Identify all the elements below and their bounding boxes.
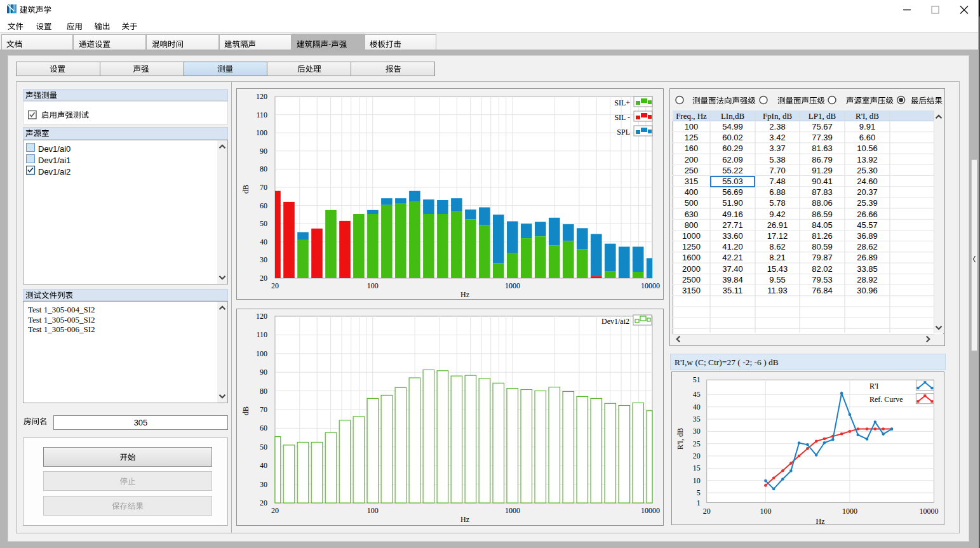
svg-text:15: 15 [693, 464, 701, 472]
svg-text:80: 80 [260, 387, 267, 396]
svg-text:dB: dB [241, 185, 250, 194]
svg-text:120: 120 [256, 312, 267, 321]
svg-text:70: 70 [260, 183, 267, 192]
svg-text:40: 40 [260, 461, 267, 470]
svg-text:100: 100 [256, 128, 267, 137]
svg-text:1000: 1000 [842, 507, 857, 516]
svg-text:100: 100 [367, 506, 379, 515]
svg-text:100: 100 [256, 349, 267, 358]
svg-text:45: 45 [693, 390, 701, 399]
svg-text:R'I, dB: R'I, dB [676, 428, 685, 450]
svg-text:20: 20 [693, 451, 701, 460]
svg-text:100: 100 [760, 507, 771, 516]
svg-text:1: 1 [697, 498, 701, 507]
svg-text:dB: dB [241, 406, 250, 415]
svg-text:20: 20 [260, 274, 267, 283]
svg-text:SIL+: SIL+ [614, 98, 630, 107]
svg-text:100: 100 [367, 281, 379, 290]
svg-text:20: 20 [260, 498, 267, 507]
svg-text:50: 50 [260, 219, 267, 228]
svg-text:1000: 1000 [505, 281, 520, 290]
svg-text:40: 40 [693, 403, 701, 411]
svg-text:50: 50 [260, 443, 267, 451]
svg-text:10000: 10000 [641, 506, 660, 515]
svg-text:60: 60 [260, 424, 267, 432]
svg-text:R'I: R'I [869, 382, 878, 391]
svg-text:110: 110 [256, 330, 267, 339]
svg-text:20: 20 [703, 507, 711, 516]
svg-text:Hz: Hz [816, 517, 825, 525]
svg-text:25: 25 [693, 439, 701, 448]
svg-text:30: 30 [693, 427, 701, 436]
svg-text:Dev1/ai2: Dev1/ai2 [601, 317, 629, 326]
svg-text:5: 5 [697, 488, 701, 497]
svg-text:35: 35 [693, 415, 701, 424]
svg-text:120: 120 [256, 92, 267, 101]
svg-text:110: 110 [256, 110, 267, 119]
svg-text:10000: 10000 [920, 507, 939, 516]
svg-text:80: 80 [260, 164, 267, 173]
svg-text:60: 60 [260, 201, 267, 210]
svg-text:Hz: Hz [460, 515, 469, 524]
svg-text:30: 30 [260, 255, 267, 264]
svg-text:90: 90 [260, 368, 267, 377]
svg-text:Hz: Hz [460, 290, 469, 299]
svg-text:Ref. Curve: Ref. Curve [869, 395, 903, 404]
svg-text:40: 40 [260, 237, 267, 246]
svg-text:10: 10 [693, 476, 701, 485]
svg-text:SIL -: SIL - [614, 113, 630, 122]
svg-text:70: 70 [260, 405, 267, 414]
svg-text:20: 20 [271, 281, 279, 290]
svg-text:1000: 1000 [505, 506, 520, 515]
svg-text:30: 30 [260, 480, 267, 489]
svg-text:10000: 10000 [641, 281, 660, 290]
svg-text:90: 90 [260, 147, 267, 156]
svg-text:SPL: SPL [617, 128, 630, 137]
svg-text:20: 20 [271, 506, 279, 515]
svg-text:51: 51 [693, 375, 701, 384]
